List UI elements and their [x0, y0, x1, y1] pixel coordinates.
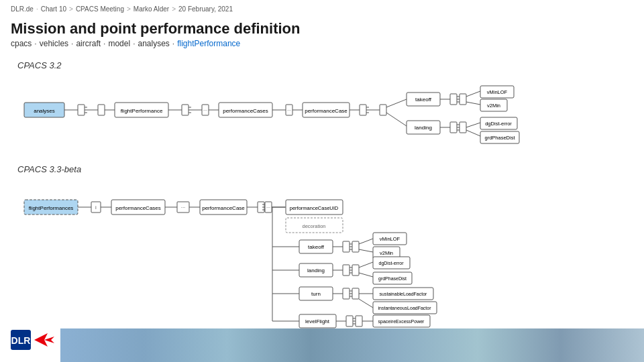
breadcrumb: DLR.de · Chart 10 > CPACS Meeting > Mark… [11, 5, 233, 13]
svg-line-36 [386, 99, 407, 107]
svg-rect-8 [98, 105, 105, 115]
svg-text:landing: landing [415, 125, 432, 131]
svg-text:···: ··· [203, 108, 207, 113]
svg-rect-59 [460, 122, 466, 133]
svg-rect-117 [352, 265, 359, 276]
svg-text:DLR: DLR [11, 335, 31, 346]
svg-text:performanceCases: performanceCases [223, 108, 268, 114]
svg-line-121 [359, 273, 373, 277]
breadcrumb-author: Marko Alder [133, 5, 169, 13]
svg-text:landing: landing [307, 267, 325, 274]
svg-text:analyses: analyses [34, 108, 55, 114]
svg-rect-55 [450, 122, 457, 133]
svg-rect-41 [450, 94, 457, 105]
sub-flight-performance-link[interactable]: flightPerformance [177, 39, 240, 48]
breadcrumb-chart: Chart 10 [41, 5, 66, 13]
svg-text:grdPhaseDist: grdPhaseDist [484, 135, 515, 141]
svg-text:sustainableLoadFactor: sustainableLoadFactor [380, 292, 427, 296]
svg-rect-98 [343, 241, 350, 252]
sub-analyses: analyses [138, 39, 169, 48]
svg-text:flightPerformances: flightPerformances [29, 205, 74, 211]
svg-text:vMinLOF: vMinLOF [380, 236, 400, 242]
svg-rect-3 [78, 105, 85, 115]
svg-text:···: ··· [287, 108, 291, 113]
breadcrumb-date: 20 February, 2021 [178, 5, 233, 13]
svg-rect-143 [346, 316, 353, 326]
svg-rect-102 [352, 241, 359, 252]
svg-rect-113 [343, 265, 350, 276]
dlr-logo: DLR [11, 326, 58, 357]
svg-text:levelFlight: levelFlight [305, 318, 330, 324]
svg-marker-155 [44, 337, 54, 343]
sub-model: model [108, 39, 130, 48]
subtitle-breadcrumb: cpacs · vehicles · aircraft · model · an… [11, 39, 240, 48]
svg-text:vMinLOF: vMinLOF [487, 89, 508, 95]
svg-line-106 [359, 249, 373, 252]
svg-text:v2Min: v2Min [487, 103, 500, 109]
svg-text:performanceCase: performanceCase [202, 205, 245, 211]
svg-text:decoration: decoration [302, 223, 325, 229]
svg-rect-35 [380, 105, 386, 115]
svg-rect-13 [182, 105, 189, 115]
breadcrumb-meeting: CPACS Meeting [76, 5, 124, 13]
svg-text:turn: turn [311, 291, 321, 297]
svg-rect-128 [343, 288, 350, 299]
svg-line-49 [466, 102, 480, 105]
svg-line-60 [466, 123, 480, 127]
svg-line-118 [359, 262, 373, 267]
svg-rect-30 [360, 105, 366, 115]
svg-text:instantaneousLoadFactor: instantaneousLoadFactor [378, 306, 432, 310]
svg-text:takeoff: takeoff [308, 244, 325, 250]
svg-rect-147 [356, 316, 362, 326]
cpacs32-label: CPACS 3.2 [17, 60, 62, 70]
svg-text:performanceCase: performanceCase [305, 108, 347, 114]
cpacs32-diagram: analyses flightPerformance ··· performan… [11, 72, 641, 160]
page-title: Mission and point performance definition [11, 20, 300, 38]
svg-text:···: ··· [181, 204, 186, 210]
sub-cpacs: cpacs [11, 39, 32, 48]
svg-text:v2Min: v2Min [380, 250, 393, 256]
svg-line-103 [359, 239, 373, 244]
svg-text:···: ··· [266, 205, 270, 210]
svg-text:performanceCaseUID: performanceCaseUID [290, 205, 339, 211]
svg-line-63 [466, 130, 480, 136]
svg-rect-132 [352, 288, 359, 299]
breadcrumb-dlr: DLR.de [11, 5, 34, 13]
svg-text:grdPhaseDist: grdPhaseDist [378, 276, 407, 282]
svg-line-136 [359, 299, 373, 308]
svg-text:i: i [95, 204, 97, 210]
svg-text:spaceireExcessPower: spaceireExcessPower [378, 319, 425, 324]
svg-line-46 [466, 91, 480, 97]
svg-text:dgDist-error: dgDist-error [485, 121, 512, 127]
svg-text:takeoff: takeoff [415, 97, 432, 103]
svg-text:performanceCases: performanceCases [115, 205, 161, 211]
cpacs33-label: CPACS 3.3-beta [17, 164, 81, 174]
cpacs33-diagram: flightPerformances i performanceCases ··… [11, 176, 641, 351]
diagram-area: CPACS 3.2 analyses flightPerformance ···… [11, 60, 633, 322]
sub-vehicles: vehicles [40, 39, 68, 48]
bottom-image-strip [60, 328, 644, 362]
svg-text:flightPerformance: flightPerformance [121, 108, 163, 114]
svg-rect-45 [460, 94, 466, 105]
sub-aircraft: aircraft [76, 39, 101, 48]
svg-line-37 [386, 113, 407, 126]
svg-text:dgDist-error: dgDist-error [379, 261, 405, 266]
